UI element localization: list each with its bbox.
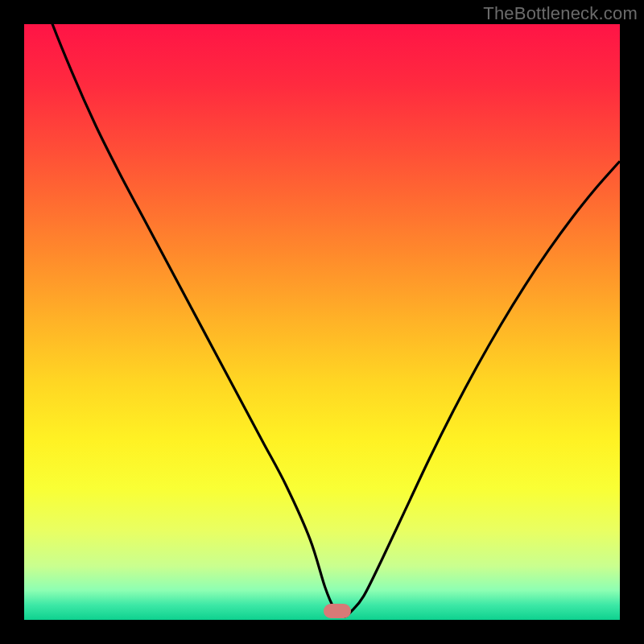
chart-frame: TheBottleneck.com xyxy=(0,0,644,644)
optimal-point-marker xyxy=(324,604,351,618)
bottleneck-curve xyxy=(24,24,620,617)
curve-layer xyxy=(24,24,620,620)
watermark-text: TheBottleneck.com xyxy=(483,3,638,24)
plot-area xyxy=(24,24,620,620)
